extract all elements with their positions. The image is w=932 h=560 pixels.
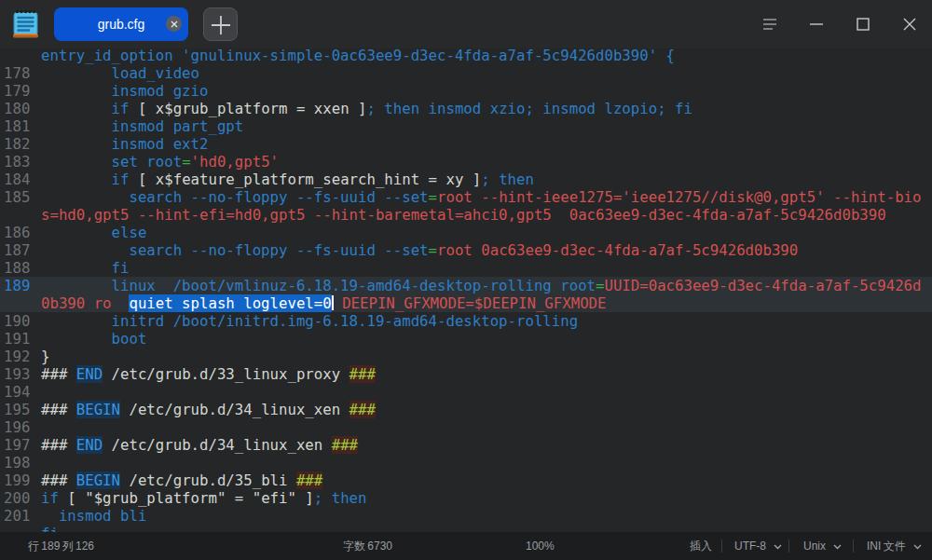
- code-line[interactable]: [41, 454, 922, 471]
- code-line[interactable]: ### END /etc/grub.d/34_linux_xen ###: [41, 436, 922, 454]
- chevron-down-icon: [774, 544, 782, 550]
- line-number: [4, 48, 30, 64]
- line-number: 195: [4, 401, 30, 418]
- line-number: 197: [4, 436, 30, 454]
- code-line[interactable]: ### END /etc/grub.d/33_linux_proxy ###: [41, 365, 922, 383]
- code-line[interactable]: entry_id_option 'gnulinux-simple-0ac63ee…: [41, 48, 922, 64]
- line-number: [4, 294, 30, 312]
- tab-close-button[interactable]: [166, 16, 182, 32]
- code-line[interactable]: fi: [41, 525, 922, 532]
- line-number: 199: [4, 471, 30, 489]
- chevron-down-icon: [913, 544, 922, 550]
- code-line[interactable]: search --no-floppy --fs-uuid --set=root …: [41, 188, 922, 206]
- code-line[interactable]: load_video: [41, 64, 922, 82]
- close-icon: [897, 11, 923, 37]
- word-count: 字数 6730: [343, 532, 392, 560]
- line-number: 201: [4, 507, 30, 525]
- separator: [853, 540, 854, 553]
- notepad-app-icon: [13, 9, 38, 43]
- line-number: [4, 525, 30, 532]
- line-number: 196: [4, 418, 30, 436]
- line-number: 188: [4, 259, 30, 277]
- maximize-button[interactable]: [850, 11, 876, 37]
- line-number: 187: [4, 241, 30, 259]
- separator: [721, 540, 722, 553]
- code-line[interactable]: [41, 383, 922, 401]
- line-ending-select[interactable]: Unix: [803, 532, 842, 560]
- window-close-button[interactable]: [897, 11, 923, 37]
- code-line[interactable]: ### BEGIN /etc/grub.d/34_linux_xen ###: [41, 401, 922, 418]
- line-number: 193: [4, 365, 30, 383]
- line-number: 191: [4, 330, 30, 348]
- code-line[interactable]: boot: [41, 330, 922, 348]
- code-line[interactable]: if [ x$grub_platform = xxen ]; then insm…: [41, 100, 922, 117]
- line-number: 200: [4, 489, 30, 507]
- line-number: 184: [4, 171, 30, 188]
- code-line[interactable]: insmod gzio: [41, 82, 922, 100]
- titlebar: grub.cfg: [0, 0, 932, 48]
- code-line[interactable]: insmod ext2: [41, 135, 922, 153]
- code-lines[interactable]: entry_id_option 'gnulinux-simple-0ac63ee…: [41, 48, 922, 532]
- line-number: 189: [4, 277, 30, 294]
- code-line[interactable]: fi: [41, 259, 922, 277]
- line-number: 181: [4, 117, 30, 135]
- code-line[interactable]: s=hd0,gpt5 --hint-efi=hd0,gpt5 --hint-ba…: [41, 206, 922, 224]
- tab-grub-cfg[interactable]: grub.cfg: [54, 7, 188, 41]
- line-number: 182: [4, 135, 30, 153]
- code-line[interactable]: search --no-floppy --fs-uuid --set=root …: [41, 241, 922, 259]
- code-line[interactable]: insmod part_gpt: [41, 117, 922, 135]
- code-line[interactable]: else: [41, 224, 922, 241]
- line-number: [4, 206, 30, 224]
- line-number: 194: [4, 383, 30, 401]
- maximize-icon: [850, 11, 876, 37]
- code-line[interactable]: if [ x$feature_platform_search_hint = xy…: [41, 171, 922, 188]
- chevron-down-icon: [833, 544, 842, 550]
- code-line[interactable]: insmod bli: [41, 507, 922, 525]
- separator: [788, 540, 789, 553]
- minimize-button[interactable]: [803, 11, 829, 37]
- input-mode[interactable]: 插入: [690, 532, 712, 560]
- tab-label: grub.cfg: [98, 17, 145, 32]
- file-type-select[interactable]: INI 文件: [867, 532, 922, 560]
- line-number: 180: [4, 100, 30, 117]
- code-line[interactable]: ### BEGIN /etc/grub.d/35_bli ###: [41, 471, 922, 489]
- menu-button[interactable]: [757, 11, 783, 37]
- code-line[interactable]: initrd /boot/initrd.img-6.18.19-amd64-de…: [41, 312, 922, 330]
- editor-area[interactable]: 178179180181182183184185 186187188189 19…: [0, 48, 932, 532]
- code-line[interactable]: if [ "$grub_platform" = "efi" ]; then: [41, 489, 922, 507]
- plus-icon: [211, 15, 231, 35]
- statusbar: 行 189 列 126 字数 6730 100% 插入 UTF-8 Unix I…: [0, 532, 932, 560]
- line-number: 186: [4, 224, 30, 241]
- line-number: 183: [4, 153, 30, 171]
- line-number: 179: [4, 82, 30, 100]
- hamburger-icon: [757, 11, 783, 37]
- line-number: 185: [4, 188, 30, 206]
- code-line[interactable]: set root='hd0,gpt5': [41, 153, 922, 171]
- encoding-select[interactable]: UTF-8: [734, 532, 782, 560]
- line-number: 198: [4, 454, 30, 471]
- code-line[interactable]: 0b390 ro quiet splash loglevel=0 DEEPIN_…: [41, 294, 922, 312]
- line-number-gutter: 178179180181182183184185 186187188189 19…: [4, 48, 30, 532]
- line-number: 190: [4, 312, 30, 330]
- code-line[interactable]: [41, 418, 922, 436]
- line-number: 192: [4, 348, 30, 365]
- code-line[interactable]: }: [41, 348, 922, 365]
- zoom-level: 100%: [526, 532, 555, 560]
- line-number: 178: [4, 64, 30, 82]
- cursor-position: 行 189 列 126: [28, 532, 94, 560]
- code-line[interactable]: linux /boot/vmlinuz-6.18.19-amd64-deskto…: [41, 277, 922, 294]
- minimize-icon: [803, 11, 829, 37]
- close-icon: [171, 20, 178, 28]
- new-tab-button[interactable]: [203, 7, 238, 41]
